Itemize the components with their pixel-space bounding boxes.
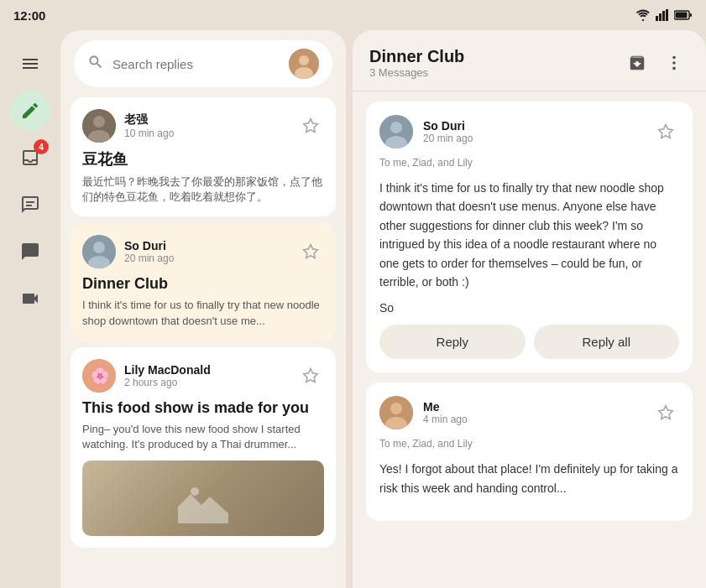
email-body-1: I think it's time for us to finally try … [379,179,679,291]
svg-rect-8 [23,63,38,65]
star-button-1[interactable] [297,112,324,139]
svg-text:🌸: 🌸 [91,367,110,385]
email-card-1: So Duri 20 min ago To me, Ziad, and Lily… [366,101,693,372]
video-icon [20,289,40,309]
chat-button[interactable] [10,232,50,272]
msg-title-2: Dinner Club [82,275,324,293]
email-recipients-2: To me, Ziad, and Lily [379,438,679,450]
search-input[interactable] [112,57,280,71]
svg-point-31 [390,403,402,414]
archive-icon [628,54,646,72]
archive-button[interactable] [622,48,652,78]
search-bar [74,40,332,87]
inbox-button[interactable]: 4 [10,138,50,178]
svg-rect-6 [690,13,692,17]
detail-actions [622,48,689,78]
msg-title-1: 豆花鱼 [82,149,324,169]
sender-info-1: 老强 10 min ago [124,112,289,139]
detail-subtitle: 3 Messages [369,66,464,79]
battery-icon [674,10,693,20]
svg-rect-3 [666,9,668,21]
svg-rect-7 [23,59,38,60]
more-button[interactable] [659,48,689,78]
message-item-1[interactable]: 老强 10 min ago 豆花鱼 最近忙吗？昨晚我去了你最爱的那家饭馆，点了他… [71,97,336,216]
video-button[interactable] [10,278,50,319]
message-list: 老强 10 min ago 豆花鱼 最近忙吗？昨晚我去了你最爱的那家饭馆，点了他… [60,97,346,588]
email-avatar-1 [379,115,413,148]
email-recipients-1: To me, Ziad, and Lily [379,157,679,169]
sender-avatar-1 [82,109,116,143]
email-time-2: 4 min ago [423,414,642,425]
email-signature-1: So [379,301,679,315]
svg-point-23 [191,487,199,496]
more-vert-icon [665,54,683,72]
email-sender-info-1: So Duri 20 min ago [423,119,642,144]
sender-info-2: So Duri 20 min ago [124,239,289,264]
status-time: 12:00 [13,8,45,23]
message-list-panel: 老强 10 min ago 豆花鱼 最近忙吗？昨晚我去了你最爱的那家饭馆，点了他… [60,30,346,588]
wifi-icon [635,9,651,21]
message-item-3[interactable]: 🌸 Lily MacDonald 2 hours ago This food s… [71,347,336,548]
sender-info-3: Lily MacDonald 2 hours ago [124,363,289,388]
svg-point-26 [672,67,676,70]
menu-icon [20,54,40,74]
svg-rect-2 [662,11,665,21]
compose-button[interactable] [10,91,50,131]
user-avatar[interactable] [289,49,319,79]
svg-point-13 [299,55,309,65]
status-bar: 12:00 [0,0,706,30]
email-sender-name-1: So Duri [423,119,642,133]
reply-all-button[interactable]: Reply all [534,325,680,359]
svg-point-24 [672,56,676,60]
detail-panel: Dinner Club 3 Messages [353,30,706,588]
reply-button[interactable]: Reply [379,325,526,359]
message-item-2[interactable]: So Duri 20 min ago Dinner Club I think i… [71,223,336,340]
msg-time-3: 2 hours ago [124,377,289,388]
sender-name-3: Lily MacDonald [124,363,289,377]
email-star-2[interactable] [652,399,679,426]
msg-preview-3: Ping– you'd love this new food show I st… [82,422,324,452]
svg-point-19 [93,242,105,253]
reply-actions-1: Reply Reply all [379,325,679,359]
sender-avatar-3: 🌸 [82,359,116,393]
email-card-2: Me 4 min ago To me, Ziad, and Lily Yes! … [366,382,693,521]
svg-rect-5 [676,13,688,18]
msg-preview-2: I think it's time for us to finally try … [82,298,324,328]
email-sender-info-2: Me 4 min ago [423,400,642,425]
email-star-1[interactable] [652,118,679,145]
status-icons [635,9,693,21]
email-avatar-2 [379,396,413,429]
email-time-1: 20 min ago [423,133,642,144]
compose-icon [20,101,40,121]
svg-point-16 [93,116,105,127]
notes-icon [20,195,40,215]
sender-name-1: 老强 [124,112,289,127]
detail-header: Dinner Club 3 Messages [353,30,706,91]
svg-rect-0 [656,16,658,21]
notes-button[interactable] [10,185,50,225]
email-body-2: Yes! I forgot about that place! I'm defi… [379,460,679,497]
menu-button[interactable] [10,44,50,84]
sender-name-2: So Duri [124,239,289,252]
msg-title-3: This food show is made for you [82,399,324,417]
msg-preview-1: 最近忙吗？昨晚我去了你最爱的那家饭馆，点了他们的特色豆花鱼，吃着吃着就想你了。 [82,174,324,205]
msg-time-1: 10 min ago [124,127,289,139]
detail-title: Dinner Club [369,47,464,66]
star-button-3[interactable] [297,362,324,389]
signal-icon [656,9,669,21]
detail-messages: So Duri 20 min ago To me, Ziad, and Lily… [353,91,706,588]
svg-rect-9 [23,67,38,69]
inbox-badge: 4 [34,139,49,154]
chat-icon [20,242,40,262]
email-sender-name-2: Me [423,400,642,414]
nav-sidebar: 4 [0,30,60,588]
svg-rect-1 [659,13,662,21]
star-button-2[interactable] [297,238,324,265]
svg-rect-10 [26,201,34,203]
svg-point-28 [390,122,402,133]
msg-image-3 [82,461,324,536]
svg-rect-11 [26,205,32,206]
svg-point-25 [672,61,676,65]
msg-time-2: 20 min ago [124,252,289,264]
sender-avatar-2 [82,235,116,268]
